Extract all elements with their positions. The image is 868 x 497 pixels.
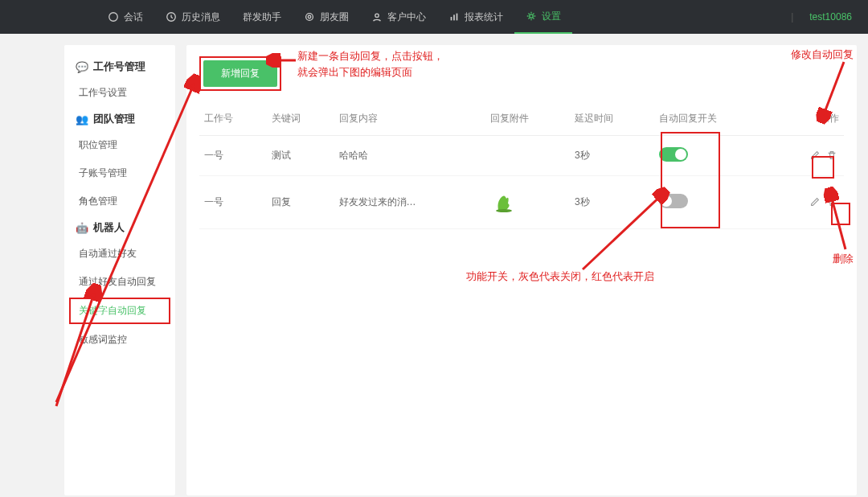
col-attachment: 回复附件 — [485, 102, 570, 136]
moments-icon — [304, 11, 315, 23]
cell-toggle — [654, 176, 772, 229]
cell-ops — [772, 136, 844, 176]
col-toggle: 自动回复开关 — [654, 102, 772, 136]
edit-button[interactable] — [808, 148, 822, 162]
svg-point-4 — [375, 14, 379, 17]
svg-rect-6 — [453, 14, 455, 20]
svg-point-12 — [496, 209, 512, 212]
cell-keyword: 测试 — [267, 136, 334, 176]
col-keyword: 关键词 — [267, 102, 334, 136]
nav-label: 群发助手 — [243, 10, 281, 24]
clock-icon — [166, 11, 177, 23]
annotation-box: 新增回复 — [199, 56, 281, 91]
svg-point-3 — [308, 15, 311, 18]
top-navbar: 会话 历史消息 群发助手 朋友圈 客户中心 报表统计 设置 | test1008… — [0, 0, 868, 34]
sidebar-item-workaccount-settings[interactable]: 工作号设置 — [64, 79, 175, 107]
delete-button[interactable] — [825, 195, 839, 209]
cell-account: 一号 — [199, 176, 267, 229]
person-icon — [371, 11, 383, 23]
col-delay: 延迟时间 — [570, 102, 654, 136]
main-panel: 新增回复 工作号 关键词 回复内容 回复附件 延迟时间 自动回复开关 操作 一号… — [186, 45, 857, 495]
cell-toggle — [654, 136, 772, 176]
sidebar-item-role[interactable]: 角色管理 — [64, 187, 175, 216]
svg-point-8 — [530, 14, 533, 18]
sidebar-group-team: 👥 团队管理 — [64, 107, 175, 131]
cell-ops — [772, 176, 844, 229]
table-row: 一号 回复 好友发过来的消… 3秒 — [199, 176, 844, 229]
attachment-thumbnail[interactable] — [490, 187, 518, 215]
nav-customers[interactable]: 客户中心 — [360, 0, 437, 34]
divider: | — [791, 11, 793, 23]
nav-label: 朋友圈 — [320, 10, 349, 24]
cell-delay: 3秒 — [570, 176, 654, 229]
sidebar-group-robot: 🤖 机器人 — [64, 216, 175, 240]
delete-button[interactable] — [825, 148, 839, 162]
nav-chat[interactable]: 会话 — [96, 0, 154, 34]
cell-content: 哈哈哈 — [334, 136, 486, 176]
cell-content: 好友发过来的消… — [334, 176, 486, 229]
table-header-row: 工作号 关键词 回复内容 回复附件 延迟时间 自动回复开关 操作 — [199, 102, 844, 136]
autoreply-toggle[interactable] — [659, 147, 688, 162]
nav-moments[interactable]: 朋友圈 — [293, 0, 360, 34]
reply-table: 工作号 关键词 回复内容 回复附件 延迟时间 自动回复开关 操作 一号 测试 哈… — [199, 102, 844, 229]
sidebar: 💬 工作号管理 工作号设置 👥 团队管理 职位管理 子账号管理 角色管理 🤖 机… — [64, 45, 175, 495]
col-ops: 操作 — [772, 102, 844, 136]
username[interactable]: test10086 — [809, 11, 852, 23]
sidebar-item-keyword-autoreply[interactable]: 关键字自动回复 — [69, 298, 170, 324]
table-row: 一号 测试 哈哈哈 3秒 — [199, 136, 844, 176]
bars-icon — [448, 11, 460, 23]
nav-label: 历史消息 — [182, 10, 220, 24]
add-reply-button[interactable]: 新增回复 — [203, 60, 277, 87]
edit-button[interactable] — [808, 195, 822, 209]
nav-label: 设置 — [542, 10, 561, 23]
sidebar-item-subaccount[interactable]: 子账号管理 — [64, 159, 175, 187]
col-content: 回复内容 — [334, 102, 486, 136]
svg-rect-5 — [451, 17, 452, 20]
nav-label: 客户中心 — [387, 10, 426, 24]
nav-settings[interactable]: 设置 — [514, 0, 572, 34]
wechat-icon: 💬 — [76, 61, 88, 73]
robot-icon: 🤖 — [76, 222, 88, 234]
nav-label: 报表统计 — [465, 10, 503, 24]
nav-groupsend[interactable]: 群发助手 — [231, 0, 293, 34]
cell-keyword: 回复 — [267, 176, 334, 229]
cell-account: 一号 — [199, 136, 267, 176]
col-account: 工作号 — [199, 102, 267, 136]
gear-icon — [526, 10, 537, 22]
nav-label: 会话 — [124, 10, 143, 24]
sidebar-group-title: 机器人 — [93, 220, 125, 235]
team-icon: 👥 — [76, 113, 88, 125]
chat-icon — [108, 11, 119, 23]
sidebar-item-sensitive[interactable]: 敏感词监控 — [64, 326, 175, 354]
sidebar-item-autoreply-friend[interactable]: 通过好友自动回复 — [64, 268, 175, 296]
cell-attachment — [485, 136, 570, 176]
sidebar-group-title: 团队管理 — [93, 112, 135, 126]
nav-reports[interactable]: 报表统计 — [437, 0, 514, 34]
sidebar-group-title: 工作号管理 — [93, 60, 145, 74]
cell-delay: 3秒 — [570, 136, 654, 176]
cell-attachment — [485, 176, 570, 229]
sidebar-item-position[interactable]: 职位管理 — [64, 131, 175, 159]
nav-right: | test10086 — [783, 11, 868, 23]
autoreply-toggle[interactable] — [659, 194, 688, 208]
sidebar-group-workaccount: 💬 工作号管理 — [64, 55, 175, 79]
nav-history[interactable]: 历史消息 — [154, 0, 231, 34]
svg-rect-7 — [457, 14, 458, 21]
sidebar-item-autoaccept[interactable]: 自动通过好友 — [64, 240, 175, 268]
svg-point-2 — [306, 14, 313, 21]
